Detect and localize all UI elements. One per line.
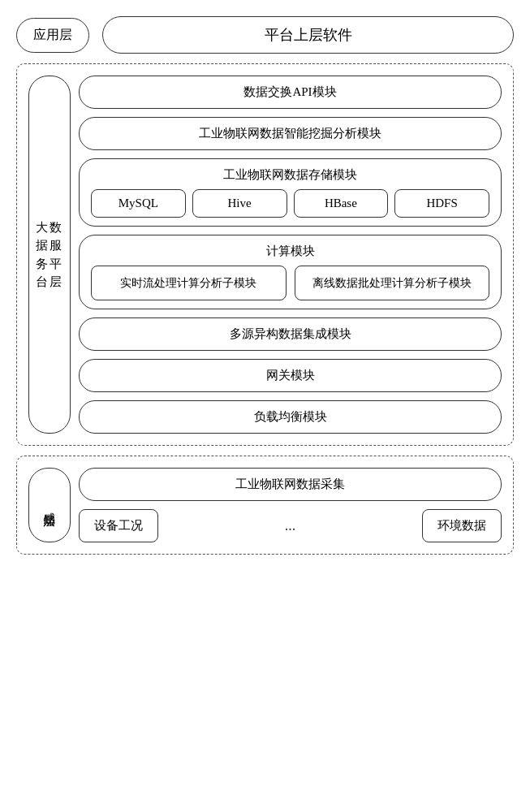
api-module: 数据交换API模块: [79, 76, 502, 109]
compute-realtime: 实时流处理计算分析子模块: [91, 266, 287, 300]
device-status-item: 设备工况: [79, 509, 158, 542]
storage-hive: Hive: [192, 189, 287, 218]
middle-section: 大数据服务平台层 数据交换API模块 工业物联网数据智能挖掘分析模块 工业物联网…: [16, 63, 514, 446]
iot-collect-module: 工业物联网数据采集: [79, 468, 502, 501]
big-data-label: 大数据服务平台层: [28, 76, 71, 434]
compute-title: 计算模块: [91, 244, 489, 259]
storage-mysql: MySQL: [91, 189, 186, 218]
app-layer-label: 应用层: [16, 18, 89, 53]
mining-module: 工业物联网数据智能挖掘分析模块: [79, 117, 502, 150]
storage-title: 工业物联网数据存储模块: [91, 167, 489, 183]
storage-hbase: HBase: [294, 189, 389, 218]
storage-items: MySQL Hive HBase HDFS: [91, 189, 489, 218]
storage-module: 工业物联网数据存储模块 MySQL Hive HBase HDFS: [79, 158, 502, 227]
bottom-items-row: 设备工况 ... 环境数据: [79, 509, 502, 542]
platform-label: 平台上层软件: [102, 16, 514, 54]
storage-hdfs: HDFS: [394, 189, 489, 218]
page-container: 应用层 平台上层软件 大数据服务平台层 数据交换API模块 工业物联网数据智能挖…: [16, 16, 514, 555]
compute-module: 计算模块 实时流处理计算分析子模块 离线数据批处理计算分析子模块: [79, 235, 502, 309]
right-content: 数据交换API模块 工业物联网数据智能挖掘分析模块 工业物联网数据存储模块 My…: [79, 76, 502, 434]
top-row: 应用层 平台上层软件: [16, 16, 514, 54]
loadbalance-module: 负载均衡模块: [79, 400, 502, 434]
env-data-item: 环境数据: [422, 509, 502, 542]
compute-offline: 离线数据批处理计算分析子模块: [295, 266, 490, 300]
bottom-section: 感知层 工业物联网数据采集 设备工况 ... 环境数据: [16, 456, 514, 555]
ellipsis-item: ...: [166, 517, 414, 534]
compute-items: 实时流处理计算分析子模块 离线数据批处理计算分析子模块: [91, 266, 489, 300]
integration-module: 多源异构数据集成模块: [79, 317, 502, 351]
gateway-module: 网关模块: [79, 359, 502, 392]
perception-label: 感知层: [28, 468, 71, 542]
bottom-right: 工业物联网数据采集 设备工况 ... 环境数据: [79, 468, 502, 542]
